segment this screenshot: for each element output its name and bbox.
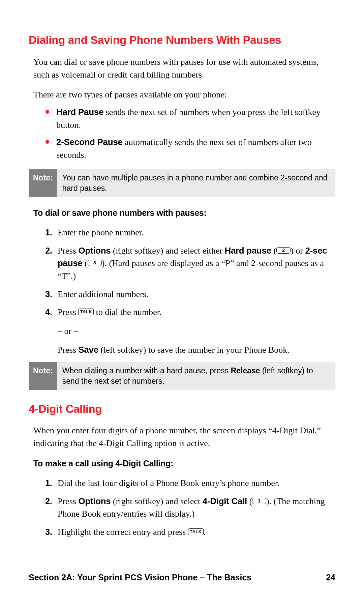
text: (right softkey) and select	[111, 496, 203, 506]
bold-text: Hard pause	[224, 245, 271, 256]
step-number: 1.	[41, 226, 52, 238]
heading-pauses: Dialing and Saving Phone Numbers With Pa…	[29, 32, 335, 48]
bold-text: Options	[78, 245, 111, 256]
step-list: 1. Dial the last four digits of a Phone …	[29, 477, 335, 539]
text: (	[83, 258, 88, 268]
page-footer: Section 2A: Your Sprint PCS Vision Phone…	[29, 571, 335, 583]
bullet-term: Hard Pause	[56, 107, 103, 117]
bullet-list: Hard Pause sends the next set of numbers…	[29, 106, 335, 162]
text: Press	[58, 246, 78, 256]
bullet-term: 2-Second Pause	[56, 137, 123, 147]
keycap-1-icon: 1	[252, 498, 266, 504]
step-item: 3. Enter additional numbers.	[41, 288, 335, 301]
bold-text: Save	[78, 345, 98, 355]
step-list: 1. Enter the phone number. 2. Press Opti…	[29, 226, 335, 356]
paragraph: When you enter four digits of a phone nu…	[29, 424, 335, 450]
step-text: Press Options (right softkey) and select…	[58, 246, 327, 281]
step-text: Enter additional numbers.	[58, 289, 148, 299]
step-item: 3. Highlight the correct entry and press…	[41, 526, 335, 539]
bold-text: 4-Digit Call	[203, 496, 247, 506]
step-number: 2.	[41, 495, 52, 507]
text: Press	[58, 307, 78, 317]
step-text: Press Options (right softkey) and select…	[58, 496, 325, 519]
step-text: Dial the last four digits of a Phone Boo…	[58, 478, 280, 488]
step-item: 2. Press Options (right softkey) and sel…	[41, 495, 335, 520]
text: Highlight the correct entry and press	[58, 527, 188, 537]
note-label: Note:	[29, 169, 57, 197]
keycap-2-icon: 2	[276, 247, 291, 254]
keycap-talk-icon: TALK	[188, 528, 204, 535]
note-label: Note:	[29, 362, 57, 390]
step-number: 3.	[41, 288, 52, 300]
step-number: 4.	[41, 306, 52, 318]
note-box: Note: When dialing a number with a hard …	[29, 362, 335, 390]
bold-text: Options	[78, 496, 111, 506]
bullet-icon	[46, 140, 49, 144]
text: When dialing a number with a hard pause,…	[62, 366, 231, 375]
keycap-3-icon: 3	[88, 260, 102, 266]
keycap-talk-icon: TALK	[78, 309, 94, 315]
note-content: You can have multiple pauses in a phone …	[57, 169, 335, 197]
step-text: Press Save (left softkey) to save the nu…	[58, 344, 335, 356]
step-item: 1. Dial the last four digits of a Phone …	[41, 477, 335, 490]
step-text: Highlight the correct entry and press TA…	[58, 527, 206, 537]
subheading: To make a call using 4-Digit Calling:	[29, 457, 335, 469]
step-item: 1. Enter the phone number.	[41, 226, 335, 239]
bullet-item: 2-Second Pause automatically sends the n…	[46, 136, 335, 161]
step-item: 4. Press TALK to dial the number. – or –…	[41, 306, 335, 356]
text: (	[247, 496, 252, 506]
step-item: 2. Press Options (right softkey) and sel…	[41, 244, 335, 283]
subheading: To dial or save phone numbers with pause…	[29, 207, 335, 219]
text: Press	[58, 496, 78, 506]
paragraph: You can dial or save phone numbers with …	[29, 56, 335, 81]
text: ) or	[291, 246, 305, 256]
text: (right softkey) and select either	[111, 246, 225, 256]
step-number: 1.	[41, 477, 52, 489]
text: (left softkey) to save the number in you…	[98, 345, 290, 355]
heading-4digit: 4-Digit Calling	[29, 401, 335, 417]
note-content: When dialing a number with a hard pause,…	[57, 362, 335, 390]
section-label: Section 2A: Your Sprint PCS Vision Phone…	[29, 573, 251, 582]
note-box: Note: You can have multiple pauses in a …	[29, 169, 335, 197]
step-number: 3.	[41, 526, 52, 538]
text: Press	[58, 345, 78, 355]
page-number: 24	[326, 571, 335, 583]
text: to dial the number.	[94, 307, 161, 317]
step-text: Press TALK to dial the number.	[58, 307, 162, 317]
text: .	[204, 527, 206, 537]
bullet-item: Hard Pause sends the next set of numbers…	[46, 106, 335, 131]
text: (	[271, 246, 276, 256]
or-separator: – or –	[58, 325, 335, 338]
bullet-icon	[46, 110, 49, 114]
page: Dialing and Saving Phone Numbers With Pa…	[0, 0, 364, 607]
step-text: Enter the phone number.	[58, 228, 144, 237]
bold-text: Release	[231, 366, 260, 375]
paragraph: There are two types of pauses available …	[29, 88, 335, 101]
step-number: 2.	[41, 244, 52, 257]
